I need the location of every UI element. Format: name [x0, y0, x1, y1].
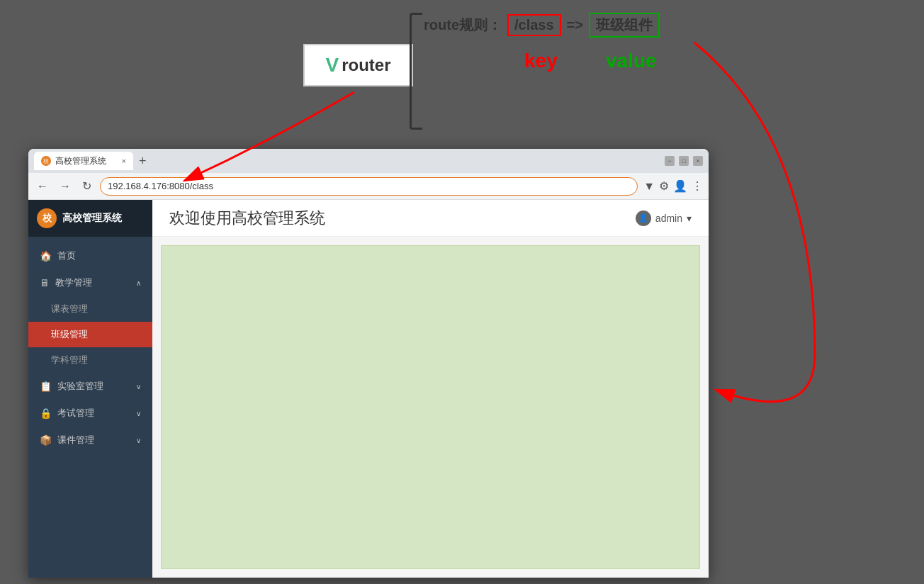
account-icon[interactable]: 👤 [673, 179, 687, 193]
browser-toolbar: ← → ↻ ▼ ⚙ 👤 ⋮ [28, 173, 709, 200]
sidebar-item-class-label: 班级管理 [51, 329, 88, 339]
sidebar-item-class[interactable]: 班级管理 [28, 322, 152, 347]
tab-close-button[interactable]: × [122, 157, 126, 165]
key-label: key [524, 50, 558, 72]
new-tab-button[interactable]: + [136, 154, 150, 169]
user-dropdown-icon: ▾ [687, 213, 692, 224]
route-key-box: /class [507, 14, 561, 36]
value-label: value [606, 50, 657, 72]
sidebar-item-lab-label: 实验室管理 [57, 380, 103, 393]
app-layout: 校 高校管理系统 🏠 首页 🖥 教学管理 ∧ 课表管理 班级管理 [28, 200, 709, 578]
address-bar[interactable] [100, 177, 638, 196]
vue-icon: V [325, 54, 339, 77]
route-value-box: 班级组件 [589, 13, 660, 38]
sidebar-logo: 校 [37, 208, 57, 228]
maximize-button[interactable]: □ [679, 156, 689, 166]
window-controls: − □ × [665, 156, 703, 166]
sidebar-item-teaching[interactable]: 🖥 教学管理 ∧ [28, 269, 152, 296]
minimize-button[interactable]: − [665, 156, 675, 166]
browser-tab[interactable]: 校 高校管理系统 × [34, 152, 133, 170]
close-button[interactable]: × [693, 156, 703, 166]
sidebar-item-schedule-label: 课表管理 [51, 303, 88, 314]
sidebar-item-schedule[interactable]: 课表管理 [28, 296, 152, 322]
user-avatar: 👤 [636, 210, 651, 226]
teaching-icon: 🖥 [40, 277, 50, 288]
chevron-down-icon-2: ∨ [136, 410, 141, 417]
exam-icon: 🔒 [40, 408, 52, 419]
chevron-up-icon: ∧ [136, 279, 141, 287]
router-label: router [342, 55, 390, 75]
sidebar-item-subject[interactable]: 学科管理 [28, 347, 152, 373]
sidebar-item-lab[interactable]: 📋 实验室管理 ∨ [28, 373, 152, 400]
browser-titlebar: 校 高校管理系统 × + − □ × [28, 149, 709, 173]
reload-button[interactable]: ↻ [79, 178, 94, 194]
sidebar-menu: 🏠 首页 🖥 教学管理 ∧ 课表管理 班级管理 学科管理 [28, 237, 152, 459]
content-area [161, 245, 700, 569]
toolbar-icons: ▼ ⚙ 👤 ⋮ [643, 179, 703, 193]
main-content: 欢迎使用高校管理系统 👤 admin ▾ [152, 200, 709, 578]
home-icon: 🏠 [40, 250, 52, 262]
lab-icon: 📋 [40, 381, 52, 392]
bracket-symbol [410, 13, 422, 130]
route-rule-annotation: route规则： /class => 班级组件 [424, 13, 660, 38]
extensions-icon[interactable]: ⚙ [659, 179, 669, 193]
sidebar-item-subject-label: 学科管理 [51, 354, 88, 365]
main-title: 欢迎使用高校管理系统 [169, 208, 325, 229]
sidebar-item-exam[interactable]: 🔒 考试管理 ∨ [28, 400, 152, 427]
sidebar-header: 校 高校管理系统 [28, 200, 152, 237]
menu-icon[interactable]: ⋮ [692, 179, 703, 193]
sidebar-item-teaching-label: 教学管理 [55, 276, 92, 289]
forward-button[interactable]: → [57, 179, 74, 194]
sidebar-item-home-label: 首页 [57, 249, 76, 262]
courseware-icon: 📦 [40, 434, 52, 446]
tab-title: 高校管理系统 [55, 155, 106, 167]
filter-icon[interactable]: ▼ [643, 180, 655, 193]
user-info[interactable]: 👤 admin ▾ [636, 210, 692, 226]
tab-area: 校 高校管理系统 × + [34, 152, 660, 170]
user-name: admin [655, 213, 682, 224]
sidebar-title: 高校管理系统 [62, 212, 122, 225]
sidebar-item-home[interactable]: 🏠 首页 [28, 242, 152, 269]
browser-window: 校 高校管理系统 × + − □ × ← → ↻ ▼ ⚙ 👤 ⋮ 校 [28, 149, 709, 578]
tab-favicon: 校 [41, 156, 51, 166]
chevron-down-icon-3: ∨ [136, 437, 141, 444]
main-header: 欢迎使用高校管理系统 👤 admin ▾ [152, 200, 709, 237]
sidebar-item-courseware[interactable]: 📦 课件管理 ∨ [28, 427, 152, 454]
sidebar-item-exam-label: 考试管理 [57, 407, 94, 420]
back-button[interactable]: ← [34, 179, 51, 194]
route-arrow: => [567, 17, 583, 33]
router-box: V router [303, 44, 413, 86]
route-rule-label: route规则： [424, 16, 502, 35]
sidebar-item-courseware-label: 课件管理 [57, 434, 94, 447]
sidebar: 校 高校管理系统 🏠 首页 🖥 教学管理 ∧ 课表管理 班级管理 [28, 200, 152, 578]
chevron-down-icon: ∨ [136, 383, 141, 391]
